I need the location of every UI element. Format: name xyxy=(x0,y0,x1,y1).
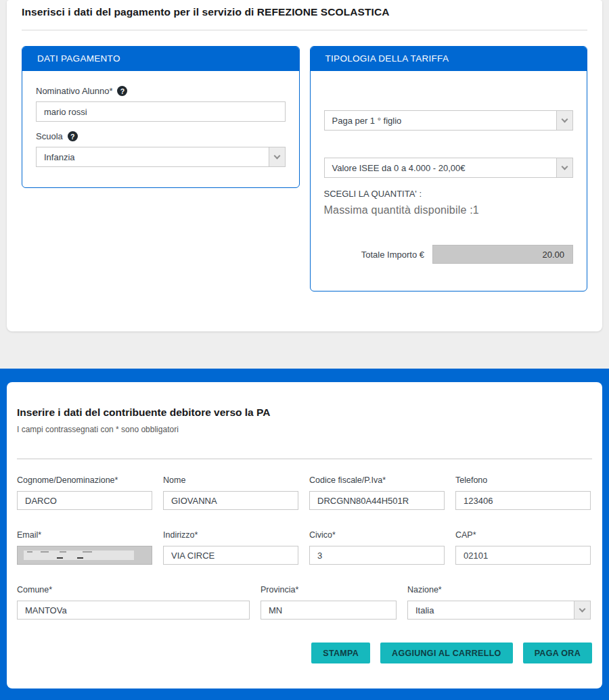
total-amount-label: Totale Importo € xyxy=(361,250,424,260)
debtor-divider xyxy=(17,459,592,459)
phone-label: Telefono xyxy=(455,475,591,485)
nation-select[interactable]: Italia xyxy=(407,601,591,620)
child-number-select[interactable]: Paga per 1 ° figlio xyxy=(324,110,574,131)
chevron-down-icon xyxy=(579,605,586,612)
student-name-label-row: Nominativo Alunno* ? xyxy=(36,86,286,96)
nation-label: Nazione* xyxy=(407,585,591,594)
required-fields-note: I campi contrassegnati con * sono obblig… xyxy=(17,425,592,434)
help-icon[interactable]: ? xyxy=(68,131,78,141)
fiscal-code-field-group: Codice fiscale/P.Iva* xyxy=(309,475,445,510)
child-number-select-arrow-box[interactable] xyxy=(556,111,572,130)
payment-entry-card: Inserisci i dati del pagamento per il se… xyxy=(7,0,602,331)
nation-select-value: Italia xyxy=(415,605,434,615)
isee-tariff-select-arrow-box[interactable] xyxy=(556,158,572,177)
surname-label: Cognome/Denominazione* xyxy=(17,475,152,485)
page-title: Inserisci i dati del pagamento per il se… xyxy=(22,6,587,18)
print-button[interactable]: STAMPA xyxy=(311,643,370,663)
city-input[interactable] xyxy=(17,601,250,620)
surname-field-group: Cognome/Denominazione* xyxy=(17,475,152,510)
province-input[interactable] xyxy=(261,601,397,620)
redaction-mark xyxy=(57,557,63,559)
isee-tariff-select-value: Valore ISEE da 0 a 4.000 - 20,00€ xyxy=(332,163,466,173)
nation-field-group: Nazione* Italia xyxy=(407,585,591,620)
add-to-cart-button[interactable]: AGGIUNGI AL CARRELLO xyxy=(380,643,513,663)
street-number-label: Civico* xyxy=(309,530,445,540)
zip-field-group: CAP* xyxy=(455,530,591,565)
redaction-mark xyxy=(77,557,83,559)
total-amount-row: Totale Importo € 20.00 xyxy=(324,245,574,264)
fiscal-code-label: Codice fiscale/P.Iva* xyxy=(309,475,445,485)
fiscal-code-input[interactable] xyxy=(309,491,445,510)
chevron-down-icon xyxy=(562,116,568,122)
payment-panel-title: DATI PAGAMENTO xyxy=(22,47,299,71)
debtor-section-band: Inserire i dati del contribuente debitor… xyxy=(0,369,609,700)
email-label: Email* xyxy=(17,530,152,540)
address-field-group: Indirizzo* xyxy=(163,530,298,565)
chevron-down-icon xyxy=(562,163,568,170)
tariff-panel-body: Paga per 1 ° figlio Valore ISEE da 0 a 4… xyxy=(311,71,587,291)
student-name-input[interactable] xyxy=(36,101,286,122)
email-field-group: Email* xyxy=(17,530,152,565)
section-spacer xyxy=(0,331,609,369)
address-input[interactable] xyxy=(163,546,298,565)
debtor-form-row: Email* Indirizzo* Civico* xyxy=(17,530,592,565)
debtor-section-title: Inserire i dati del contribuente debitor… xyxy=(17,406,592,419)
child-number-select-value: Paga per 1 ° figlio xyxy=(332,116,402,126)
firstname-field-group: Nome xyxy=(163,475,298,510)
city-field-group: Comune* xyxy=(17,585,250,620)
help-icon[interactable]: ? xyxy=(117,86,127,96)
payment-panel-body: Nominativo Alunno* ? Scuola ? Infanzia xyxy=(22,71,299,187)
province-label: Provincia* xyxy=(261,585,397,594)
action-buttons-row: STAMPA AGGIUNGI AL CARRELLO PAGA ORA xyxy=(17,643,592,663)
payment-data-panel: DATI PAGAMENTO Nominativo Alunno* ? Scuo… xyxy=(22,46,300,188)
phone-field-group: Telefono xyxy=(455,475,591,510)
firstname-input[interactable] xyxy=(163,491,298,510)
school-select-value: Infanzia xyxy=(44,152,75,162)
nation-select-arrow-box[interactable] xyxy=(574,601,590,619)
email-field-redacted xyxy=(17,546,152,565)
street-number-field-group: Civico* xyxy=(309,530,445,565)
school-select[interactable]: Infanzia xyxy=(36,147,286,167)
debtor-data-card: Inserire i dati del contribuente debitor… xyxy=(7,382,602,689)
street-number-input[interactable] xyxy=(309,546,445,565)
isee-tariff-select[interactable]: Valore ISEE da 0 a 4.000 - 20,00€ xyxy=(324,158,574,178)
card-header: Inserisci i dati del pagamento per il se… xyxy=(7,0,602,18)
school-label-row: Scuola ? xyxy=(36,131,286,141)
pay-now-button[interactable]: PAGA ORA xyxy=(523,643,592,663)
debtor-form-row: Comune* Provincia* Nazione* Italia xyxy=(17,585,592,620)
school-select-arrow-box[interactable] xyxy=(269,147,285,166)
tariff-panel-title: TIPOLOGIA DELLA TARIFFA xyxy=(311,47,587,71)
zip-input[interactable] xyxy=(455,546,591,565)
total-amount-field: 20.00 xyxy=(432,245,573,264)
surname-input[interactable] xyxy=(17,491,152,510)
tariff-type-panel: TIPOLOGIA DELLA TARIFFA Paga per 1 ° fig… xyxy=(310,46,588,291)
school-label: Scuola xyxy=(36,131,63,141)
city-label: Comune* xyxy=(17,585,250,594)
student-name-label: Nominativo Alunno* xyxy=(36,86,112,96)
debtor-form-row: Cognome/Denominazione* Nome Codice fisca… xyxy=(17,475,592,510)
panels-row: DATI PAGAMENTO Nominativo Alunno* ? Scuo… xyxy=(7,30,602,291)
quantity-label: SCEGLI LA QUANTITA' : xyxy=(324,189,574,199)
chevron-down-icon xyxy=(273,152,280,159)
address-label: Indirizzo* xyxy=(163,530,298,540)
max-quantity-text: Massima quantità disponibile :1 xyxy=(324,204,574,216)
zip-label: CAP* xyxy=(455,530,591,540)
firstname-label: Nome xyxy=(163,475,298,485)
province-field-group: Provincia* xyxy=(261,585,397,620)
phone-input[interactable] xyxy=(455,491,591,510)
